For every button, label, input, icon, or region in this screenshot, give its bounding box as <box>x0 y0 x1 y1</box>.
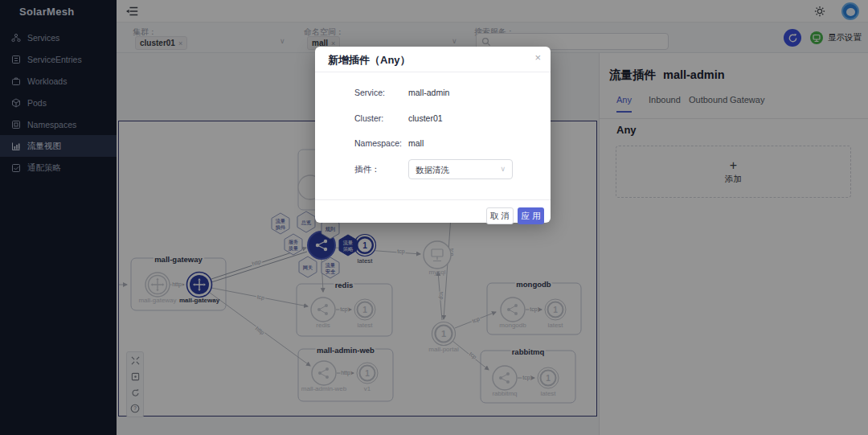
plugin-field-label: 插件： <box>354 164 380 175</box>
namespace-field-label: Namespace: <box>354 138 402 148</box>
apply-button[interactable]: 应 用 <box>518 207 544 224</box>
cluster-field-value: cluster01 <box>408 113 443 123</box>
plugin-chevron-down-icon: ∨ <box>500 165 506 173</box>
modal-title: 新增插件（Any） <box>328 53 411 68</box>
add-plugin-modal: 新增插件（Any） × Service: mall-admin Cluster:… <box>315 47 551 223</box>
service-field-label: Service: <box>354 88 385 97</box>
service-field-value: mall-admin <box>408 88 449 97</box>
namespace-field-value: mall <box>408 138 424 148</box>
modal-footer: 取 消 应 用 <box>315 199 551 223</box>
cluster-field-label: Cluster: <box>354 113 383 123</box>
app-root: SolarMesh Services ServiceEntries Worklo… <box>0 0 868 435</box>
modal-header: 新增插件（Any） × <box>315 47 551 72</box>
plugin-select[interactable]: 数据清洗 ∨ <box>408 159 513 179</box>
plugin-select-value: 数据清洗 <box>416 165 449 176</box>
cancel-button[interactable]: 取 消 <box>486 207 514 224</box>
close-icon[interactable]: × <box>534 51 541 64</box>
